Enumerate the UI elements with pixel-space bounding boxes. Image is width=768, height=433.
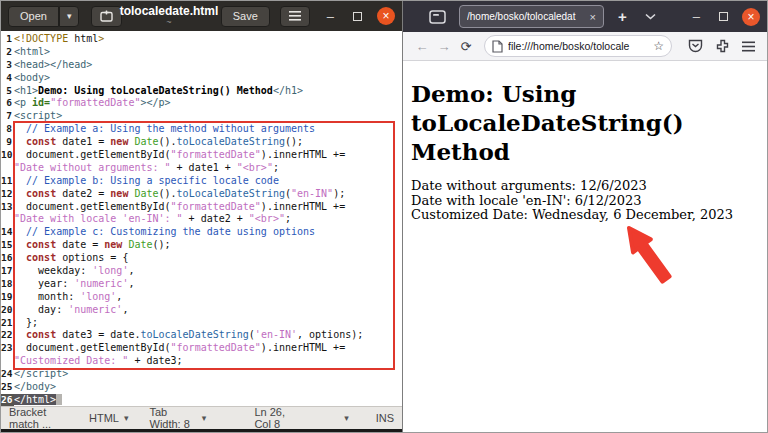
line-number: 7 — [1, 110, 14, 123]
code-line[interactable]: 6<p id="formattedDate"></p> — [1, 97, 402, 110]
cursor-position[interactable]: Ln 26, Col 8 — [254, 406, 302, 430]
new-document-icon — [100, 10, 113, 22]
line-number: 26 — [1, 394, 14, 406]
gedit-minimize-button[interactable]: – — [327, 10, 334, 23]
tab-width-label: Tab Width: 8 — [150, 406, 197, 430]
forward-button[interactable]: → — [433, 39, 455, 54]
code-line[interactable]: 14 // Example c: Customizing the date us… — [1, 226, 402, 239]
firefox-minimize-button[interactable]: – — [693, 10, 700, 23]
close-icon: × — [382, 9, 389, 23]
page-icon — [492, 40, 503, 53]
code-line[interactable]: 7<script> — [1, 110, 402, 123]
code-line[interactable]: 23 document.getElementById("formattedDat… — [1, 342, 402, 355]
pocket-icon[interactable] — [688, 39, 703, 53]
open-split-button: Open ▾ — [8, 6, 79, 27]
code-line[interactable]: "Date with locale 'en-IN': " + date2 + "… — [1, 213, 402, 226]
code-line[interactable]: 12 const date2 = new Date().toLocaleDate… — [1, 188, 402, 201]
line-number: 15 — [1, 239, 14, 252]
line-number: 10 — [1, 149, 14, 162]
line-number: 3 — [1, 59, 14, 72]
code-line[interactable]: 16 const options = { — [1, 252, 402, 265]
code-line[interactable]: 5<h1>Demo: Using toLocaleDateString() Me… — [1, 85, 402, 98]
open-dropdown-button[interactable]: ▾ — [59, 6, 80, 27]
extensions-icon[interactable] — [716, 39, 730, 53]
new-document-button[interactable] — [91, 6, 122, 27]
browser-tab[interactable]: /home/bosko/tolocaledat × — [459, 5, 604, 28]
list-tabs-chevron-icon[interactable] — [645, 13, 656, 20]
code-line[interactable]: 15 const date = new Date(); — [1, 239, 402, 252]
bookmark-star-icon[interactable]: ☆ — [653, 39, 664, 53]
line-number — [1, 213, 14, 226]
output-line: Date without arguments: 12/6/2023 — [411, 179, 761, 194]
url-bar[interactable]: file:///home/bosko/tolocale ☆ — [484, 35, 672, 57]
line-number: 23 — [1, 342, 14, 355]
insert-mode-indicator: INS — [376, 412, 394, 424]
code-line[interactable]: 13 document.getElementById("formattedDat… — [1, 201, 402, 214]
code-line[interactable]: 4<body> — [1, 72, 402, 85]
firefox-maximize-button[interactable] — [719, 12, 728, 21]
code-line[interactable]: 21 }; — [1, 317, 402, 330]
output-line: Date with locale 'en-IN': 6/12/2023 — [411, 194, 761, 209]
window-title: tolocaledate.html ~ — [104, 4, 234, 26]
firefox-menu-icon[interactable] — [742, 41, 755, 52]
open-button[interactable]: Open — [8, 6, 59, 27]
page-heading: Demo: Using toLocaleDateString() Method — [411, 79, 761, 166]
url-text: file:///home/bosko/tolocale — [508, 40, 648, 52]
line-number: 4 — [1, 72, 14, 85]
code-line[interactable]: 9 const date1 = new Date().toLocaleDateS… — [1, 136, 402, 149]
line-number: 25 — [1, 381, 14, 394]
back-button[interactable]: ← — [411, 39, 433, 54]
code-editor[interactable]: 1<!DOCTYPE html>2<html>3<head></head>4<b… — [1, 31, 402, 406]
line-number: 21 — [1, 317, 14, 330]
gedit-maximize-button[interactable] — [353, 12, 362, 21]
firefox-view-icon[interactable] — [429, 10, 446, 24]
bracket-match-status: Bracket match ... — [9, 406, 79, 430]
code-line[interactable]: 2<html> — [1, 46, 402, 59]
line-number: 19 — [1, 291, 14, 304]
code-line[interactable]: 24</script> — [1, 368, 402, 381]
code-line[interactable]: 8 // Example a: Using the method without… — [1, 123, 402, 136]
line-number: 13 — [1, 201, 14, 214]
close-icon: × — [747, 10, 754, 24]
new-tab-button[interactable]: + — [618, 8, 627, 25]
document-folder: ~ — [104, 18, 234, 26]
chevron-down-icon: ▾ — [124, 413, 129, 423]
code-line[interactable]: "Date without arguments: " + date1 + "<b… — [1, 162, 402, 175]
code-line[interactable]: 1<!DOCTYPE html> — [1, 33, 402, 46]
hamburger-icon — [289, 11, 301, 21]
code-line[interactable]: 18 year: 'numeric', — [1, 278, 402, 291]
gedit-close-button[interactable]: × — [377, 7, 395, 25]
goto-dropdown[interactable]: ▾ — [344, 413, 349, 423]
code-line[interactable]: "Customized Date: " + date3; — [1, 355, 402, 368]
code-line[interactable]: 10 document.getElementById("formattedDat… — [1, 149, 402, 162]
line-number: 16 — [1, 252, 14, 265]
chevron-down-icon: ▾ — [67, 11, 72, 21]
code-line[interactable]: 22 const date3 = date.toLocaleDateString… — [1, 329, 402, 342]
line-number — [1, 355, 14, 368]
code-line[interactable]: 20 day: 'numeric', — [1, 304, 402, 317]
code-line[interactable]: 3<head></head> — [1, 59, 402, 72]
code-line[interactable]: 17 weekday: 'long', — [1, 265, 402, 278]
code-line[interactable]: 11 // Example b: Using a specific locale… — [1, 175, 402, 188]
save-button[interactable]: Save — [221, 6, 270, 27]
reload-button[interactable]: ⟳ — [455, 39, 477, 54]
gedit-window: Open ▾ tolocaledate.html ~ Save – — [1, 1, 402, 433]
language-selector[interactable]: HTML ▾ — [89, 412, 128, 424]
code-line[interactable]: 25</body> — [1, 381, 402, 394]
line-number: 20 — [1, 304, 14, 317]
code-line[interactable]: 19 month: 'long', — [1, 291, 402, 304]
tab-close-icon[interactable]: × — [590, 11, 596, 23]
line-number: 12 — [1, 188, 14, 201]
line-number: 24 — [1, 368, 14, 381]
document-filename: tolocaledate.html — [104, 4, 234, 18]
page-content: Demo: Using toLocaleDateString() Method … — [403, 61, 768, 433]
tab-width-selector[interactable]: Tab Width: 8 ▾ — [150, 406, 207, 430]
code-lines: 1<!DOCTYPE html>2<html>3<head></head>4<b… — [1, 33, 402, 406]
firefox-close-button[interactable]: × — [742, 8, 760, 26]
page-output: Date without arguments: 12/6/2023Date wi… — [411, 179, 761, 223]
gedit-menu-button[interactable] — [280, 6, 310, 27]
firefox-navbar: ← → ⟳ file:///home/bosko/tolocale ☆ — [403, 32, 768, 61]
code-line[interactable]: 26</html> — [1, 394, 402, 406]
screenshot-root: Open ▾ tolocaledate.html ~ Save – — [0, 0, 768, 433]
gedit-headerbar: Open ▾ tolocaledate.html ~ Save – — [1, 1, 402, 31]
